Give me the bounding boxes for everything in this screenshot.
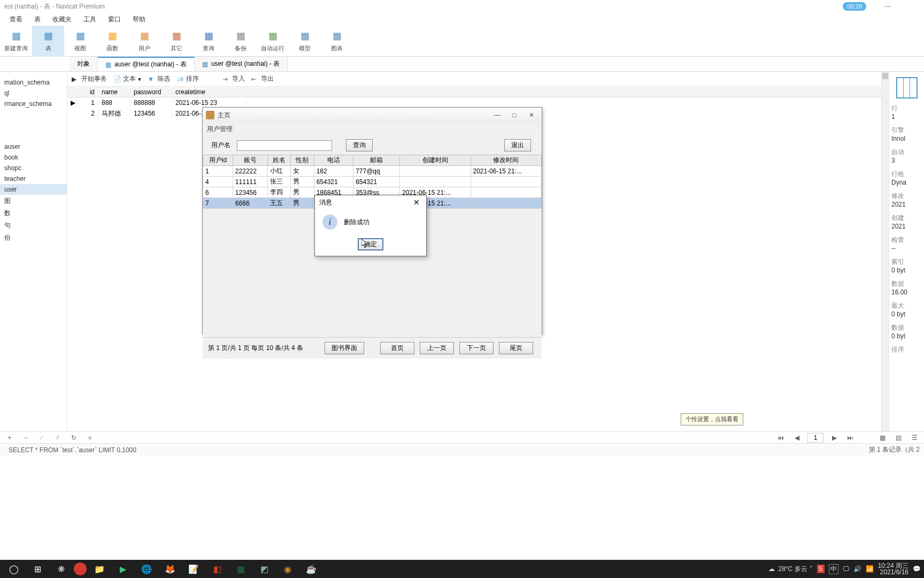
db-item[interactable]: ql (0, 88, 67, 98)
first-page-button[interactable]: ⏮ (775, 434, 786, 442)
col-header[interactable]: 性别 (291, 155, 314, 166)
msgbox-titlebar[interactable]: 消息 ✕ (315, 195, 426, 209)
tab[interactable]: 对象 (70, 57, 98, 71)
excel-icon[interactable]: ▦ (230, 561, 251, 577)
java-app-icon[interactable]: ☕ (301, 561, 322, 577)
menu-item[interactable]: 收藏夹 (52, 15, 72, 24)
next-page-button[interactable]: ▶ (829, 434, 840, 442)
media-player-icon[interactable]: ▶ (112, 561, 134, 577)
system-tray[interactable]: ˄ S 中 🖵 🔊 📶 10:24 周三 2021/6/16 💬 (810, 562, 921, 575)
import-button[interactable]: ⇥导入 (222, 74, 245, 83)
first-page-button[interactable]: 首页 (380, 342, 414, 354)
node-item[interactable]: 份 (0, 232, 67, 244)
ribbon-新建查询[interactable]: ▦新建查询 (0, 26, 32, 57)
stop-button[interactable]: ■ (84, 434, 95, 442)
network-icon[interactable]: 📶 (866, 565, 874, 573)
add-row-button[interactable]: + (4, 434, 15, 442)
volume-icon[interactable]: 🔊 (853, 565, 861, 573)
tab[interactable]: ▦user @test (nanhai) - 表 (195, 57, 288, 71)
ribbon-表[interactable]: ▦表 (32, 26, 64, 57)
cancel-button[interactable]: ✗ (52, 434, 63, 442)
vertical-scrollbar[interactable] (881, 72, 889, 431)
table-item[interactable]: user (0, 184, 67, 195)
text-view-button[interactable]: ☰ (909, 434, 920, 442)
ide-icon[interactable]: ◩ (253, 561, 275, 577)
node-item[interactable]: 图 (0, 195, 67, 207)
last-page-button[interactable]: 尾页 (499, 342, 533, 354)
last-page-button[interactable]: ⏭ (845, 434, 856, 442)
table-item[interactable]: teacher (0, 173, 67, 184)
app-icon[interactable] (74, 562, 87, 575)
db-item[interactable]: rmance_schema (0, 98, 67, 109)
page-input[interactable] (807, 433, 823, 443)
minimize-button[interactable]: — (490, 111, 504, 119)
export-button[interactable]: ⇤导出 (251, 74, 274, 83)
app-icon[interactable]: ❋ (50, 561, 72, 577)
app-icon[interactable]: ◉ (277, 561, 298, 577)
delete-row-button[interactable]: − (20, 434, 31, 442)
begin-transaction-button[interactable]: ▶开始事务 (72, 74, 107, 83)
table-row[interactable]: ▶18888888882021-06-15 23 (67, 97, 889, 108)
task-view-button[interactable]: ⊞ (27, 561, 48, 577)
username-input[interactable] (237, 140, 332, 151)
grid-view-button[interactable]: ▦ (877, 434, 888, 442)
chrome-icon[interactable]: 🌐 (136, 561, 157, 577)
refresh-button[interactable]: ↻ (68, 434, 79, 442)
notepad-icon[interactable]: 📝 (183, 561, 204, 577)
file-explorer-icon[interactable]: 📁 (89, 561, 110, 577)
menu-item[interactable]: 帮助 (133, 15, 145, 24)
table-item[interactable]: auser (0, 141, 67, 152)
menu-item[interactable]: 窗口 (108, 15, 121, 24)
tray-icon[interactable]: 🖵 (843, 565, 849, 573)
tab[interactable]: ▦auser @test (nanhai) - 表 (98, 57, 195, 71)
col-header[interactable]: 电话 (314, 155, 353, 166)
menu-item[interactable]: 表 (34, 15, 41, 24)
ribbon-用户[interactable]: ▦用户 (128, 26, 160, 57)
table-row[interactable]: 4111111张三男654321654321 (203, 177, 542, 187)
weather-widget[interactable]: ☁ 28°C 多云 (768, 565, 807, 574)
col-header[interactable]: 创建时间 (400, 155, 471, 166)
ribbon-查询[interactable]: ▦查询 (192, 26, 225, 57)
minimize-button[interactable]: — (877, 3, 898, 10)
text-button[interactable]: 📄文本▾ (113, 74, 141, 83)
col-header[interactable]: 修改时间 (471, 155, 542, 166)
firefox-icon[interactable]: 🦊 (159, 561, 181, 577)
ime-lang[interactable]: 中 (829, 564, 838, 574)
ribbon-备份[interactable]: ▦备份 (225, 26, 257, 57)
close-button[interactable]: ✕ (411, 198, 422, 207)
message-dialog[interactable]: 消息 ✕ i 删除成功 确定 (314, 195, 427, 256)
ribbon-模型[interactable]: ▦模型 (289, 26, 321, 57)
search-button[interactable]: 查询 (346, 139, 373, 151)
dialog-titlebar[interactable]: 主页 — □ ✕ (203, 108, 542, 123)
node-item[interactable]: 句 (0, 219, 67, 232)
table-item[interactable]: book (0, 152, 67, 163)
ribbon-图表[interactable]: ▦图表 (321, 26, 353, 57)
tray-chevron-icon[interactable]: ˄ (810, 565, 813, 573)
table-row[interactable]: 1222222小红女182777@qq2021-06-15 21:... (203, 166, 542, 177)
sort-button[interactable]: ↓≡排序 (176, 74, 199, 83)
prev-page-button[interactable]: 上一页 (420, 342, 454, 354)
col-header[interactable]: 用户id (203, 155, 233, 166)
col-header[interactable]: 邮箱 (353, 155, 400, 166)
confirm-button[interactable]: ✓ (36, 434, 47, 442)
taskbar[interactable]: ◯ ⊞ ❋ 📁 ▶ 🌐 🦊 📝 ◧ ▦ ◩ ◉ ☕ ☁ 28°C 多云 ˄ S … (0, 560, 924, 578)
maximize-button[interactable]: □ (507, 111, 521, 119)
db-item[interactable]: mation_schema (0, 77, 67, 88)
ribbon-自动运行[interactable]: ▦自动运行 (257, 26, 289, 57)
notification-icon[interactable]: 💬 (913, 565, 921, 573)
close-button[interactable]: ✕ (525, 111, 538, 119)
node-item[interactable]: 数 (0, 207, 67, 219)
menu-item[interactable]: 查看 (10, 15, 22, 24)
ribbon-视图[interactable]: ▦视图 (64, 26, 96, 57)
ime-indicator[interactable]: S (817, 565, 825, 573)
filter-button[interactable]: ▼筛选 (148, 74, 170, 83)
start-button[interactable]: ◯ (3, 561, 25, 577)
logout-button[interactable]: 退出 (504, 139, 531, 151)
form-view-button[interactable]: ▤ (893, 434, 904, 442)
ok-button[interactable]: 确定 (358, 238, 383, 250)
prev-page-button[interactable]: ◀ (791, 434, 802, 442)
col-header[interactable]: 账号 (233, 155, 267, 166)
office-icon[interactable]: ◧ (206, 561, 228, 577)
clock-date[interactable]: 2021/6/16 (878, 569, 908, 575)
next-page-button[interactable]: 下一页 (459, 342, 494, 354)
